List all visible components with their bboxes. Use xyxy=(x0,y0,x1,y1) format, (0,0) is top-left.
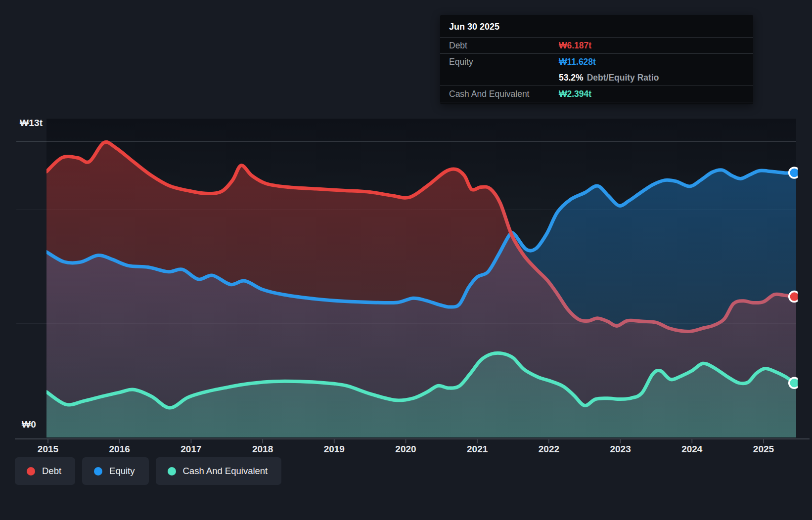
x-axis-label-2017: 2017 xyxy=(180,444,201,455)
tooltip-cash-label: Cash And Equivalent xyxy=(449,89,559,99)
chart-tooltip: Jun 30 2025 Debt ₩6.187t Equity ₩11.628t… xyxy=(440,15,753,104)
equity-dot-icon xyxy=(94,467,102,476)
tooltip-ratio-label: Debt/Equity Ratio xyxy=(587,73,659,83)
debt-equity-chart-page: ₩13t ₩0 20152016201720182019202020212022… xyxy=(0,0,812,520)
tooltip-date: Jun 30 2025 xyxy=(449,22,744,32)
legend-item-label: Cash And Equivalent xyxy=(183,466,268,477)
x-axis-label-2022: 2022 xyxy=(539,444,559,455)
end-marker-debt xyxy=(789,292,800,302)
tooltip-equity-row: Equity ₩11.628t xyxy=(440,54,753,70)
tooltip-debt-label: Debt xyxy=(449,41,559,51)
legend-item-equity[interactable]: Equity xyxy=(82,457,148,485)
legend-item-cash[interactable]: Cash And Equivalent xyxy=(156,457,282,485)
x-axis-label-2015: 2015 xyxy=(38,444,58,455)
x-axis-label-2018: 2018 xyxy=(252,444,273,455)
tooltip-ratio-value: 53.2% xyxy=(559,73,584,83)
legend-item-label: Debt xyxy=(42,466,61,477)
tooltip-debt-value: ₩6.187t xyxy=(559,41,591,51)
x-axis-label-2021: 2021 xyxy=(467,444,488,455)
divider xyxy=(440,102,753,102)
x-axis-label-2016: 2016 xyxy=(109,444,130,455)
tooltip-cash-value: ₩2.394t xyxy=(559,89,591,99)
tooltip-equity-label: Equity xyxy=(449,57,559,67)
tooltip-debt-row: Debt ₩6.187t xyxy=(440,38,753,53)
tooltip-ratio-row: 53.2% Debt/Equity Ratio xyxy=(440,70,753,86)
x-axis-label-2020: 2020 xyxy=(395,444,416,455)
cash-dot-icon xyxy=(168,467,176,476)
tooltip-cash-row: Cash And Equivalent ₩2.394t xyxy=(440,86,753,102)
end-marker-cash-and-equivalent xyxy=(789,378,800,388)
debt-dot-icon xyxy=(27,467,35,476)
x-axis-label-2025: 2025 xyxy=(753,444,774,455)
y-axis-label-zero: ₩0 xyxy=(22,419,36,430)
tooltip-equity-value: ₩11.628t xyxy=(559,57,596,67)
x-axis-label-2023: 2023 xyxy=(610,444,631,455)
x-axis xyxy=(15,439,810,443)
y-axis-label-max: ₩13t xyxy=(20,118,43,129)
x-axis-label-2024: 2024 xyxy=(681,444,702,455)
x-axis-label-2019: 2019 xyxy=(324,444,345,455)
legend-item-label: Equity xyxy=(109,466,135,477)
legend-item-debt[interactable]: Debt xyxy=(15,457,75,485)
chart-legend: Debt Equity Cash And Equivalent xyxy=(15,457,281,485)
end-marker-equity xyxy=(789,168,800,178)
